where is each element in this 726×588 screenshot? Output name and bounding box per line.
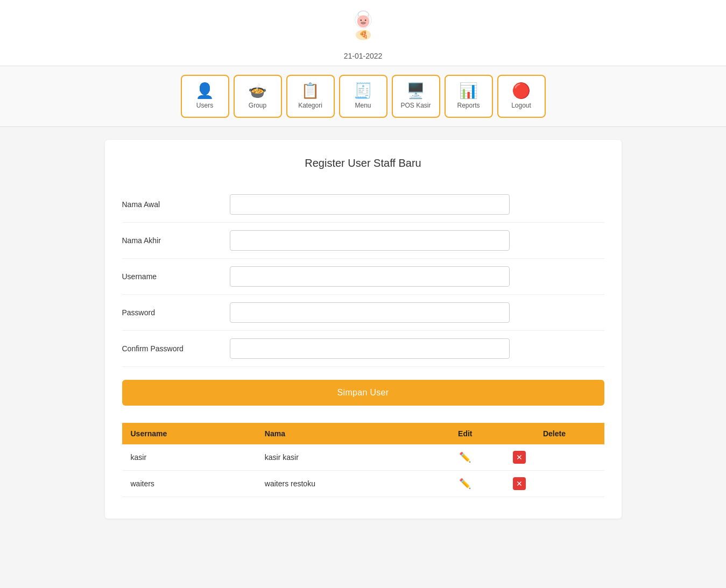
logout-label: Logout	[511, 102, 531, 109]
cell-nama: kasir kasir	[256, 444, 426, 471]
form-title: Register User Staff Baru	[122, 157, 604, 169]
input-username[interactable]	[230, 266, 510, 287]
form-row-nama-akhir: Nama Akhir	[122, 223, 604, 259]
form-row-username: Username	[122, 259, 604, 295]
kategori-label: Kategori	[298, 102, 322, 109]
delete-button-0[interactable]: ✕	[513, 451, 526, 464]
input-password[interactable]	[230, 302, 510, 323]
table-row: waiters waiters restoku ✏️ ✕	[122, 471, 604, 497]
delete-button-1[interactable]: ✕	[513, 477, 526, 490]
cell-username: kasir	[122, 444, 256, 471]
edit-button-0[interactable]: ✏️	[459, 451, 471, 463]
reports-icon: 📊	[459, 83, 478, 98]
nav-item-menu[interactable]: 🧾 Menu	[339, 75, 387, 118]
register-form: Nama AwalNama AkhirUsernamePasswordConfi…	[122, 187, 604, 406]
svg-text:🍕: 🍕	[358, 30, 368, 39]
pos-kasir-icon: 🖥️	[406, 83, 425, 98]
label-nama-akhir: Nama Akhir	[122, 236, 230, 245]
form-row-confirm-password: Confirm Password	[122, 331, 604, 367]
cell-username: waiters	[122, 471, 256, 497]
cell-delete: ✕	[504, 444, 604, 471]
nav-item-logout[interactable]: 🔴 Logout	[497, 75, 546, 118]
form-row-nama-awal: Nama Awal	[122, 187, 604, 223]
users-table-section: Username Nama Edit Delete kasir kasir ka…	[122, 423, 604, 497]
group-label: Group	[249, 102, 266, 109]
input-confirm-password[interactable]	[230, 338, 510, 359]
svg-point-6	[364, 19, 366, 21]
label-confirm-password: Confirm Password	[122, 344, 230, 353]
table-row: kasir kasir kasir ✏️ ✕	[122, 444, 604, 471]
header: 🍕 21-01-2022	[0, 0, 726, 66]
logout-icon: 🔴	[512, 83, 531, 98]
form-row-password: Password	[122, 295, 604, 331]
users-icon: 👤	[195, 83, 214, 98]
col-username: Username	[122, 423, 256, 444]
chef-logo-icon: 🍕	[344, 9, 382, 46]
svg-point-5	[360, 19, 362, 21]
label-username: Username	[122, 272, 230, 281]
main-content: Register User Staff Baru Nama AwalNama A…	[105, 140, 622, 519]
label-password: Password	[122, 308, 230, 317]
cell-nama: waiters restoku	[256, 471, 426, 497]
menu-label: Menu	[355, 102, 371, 109]
col-delete: Delete	[504, 423, 604, 444]
save-user-button[interactable]: Simpan User	[122, 380, 604, 406]
nav-item-users[interactable]: 👤 Users	[181, 75, 229, 118]
nav-item-kategori[interactable]: 📋 Kategori	[286, 75, 335, 118]
reports-label: Reports	[457, 102, 480, 109]
col-nama: Nama	[256, 423, 426, 444]
edit-button-1[interactable]: ✏️	[459, 478, 471, 490]
users-table: Username Nama Edit Delete kasir kasir ka…	[122, 423, 604, 497]
input-nama-akhir[interactable]	[230, 230, 510, 251]
kategori-icon: 📋	[301, 83, 320, 98]
cell-edit: ✏️	[426, 444, 504, 471]
table-body: kasir kasir kasir ✏️ ✕ waiters waiters r…	[122, 444, 604, 497]
menu-icon: 🧾	[354, 83, 372, 98]
nav-bar: 👤 Users 🍲 Group 📋 Kategori 🧾 Menu 🖥️ POS…	[0, 66, 726, 127]
pos-kasir-label: POS Kasir	[400, 102, 431, 109]
cell-edit: ✏️	[426, 471, 504, 497]
users-label: Users	[196, 102, 213, 109]
nav-item-reports[interactable]: 📊 Reports	[445, 75, 493, 118]
header-date: 21-01-2022	[0, 52, 726, 60]
label-nama-awal: Nama Awal	[122, 200, 230, 209]
nav-item-pos-kasir[interactable]: 🖥️ POS Kasir	[392, 75, 440, 118]
input-nama-awal[interactable]	[230, 194, 510, 215]
svg-point-4	[357, 16, 369, 27]
nav-item-group[interactable]: 🍲 Group	[234, 75, 282, 118]
col-edit: Edit	[426, 423, 504, 444]
cell-delete: ✕	[504, 471, 604, 497]
group-icon: 🍲	[248, 83, 267, 98]
table-header: Username Nama Edit Delete	[122, 423, 604, 444]
